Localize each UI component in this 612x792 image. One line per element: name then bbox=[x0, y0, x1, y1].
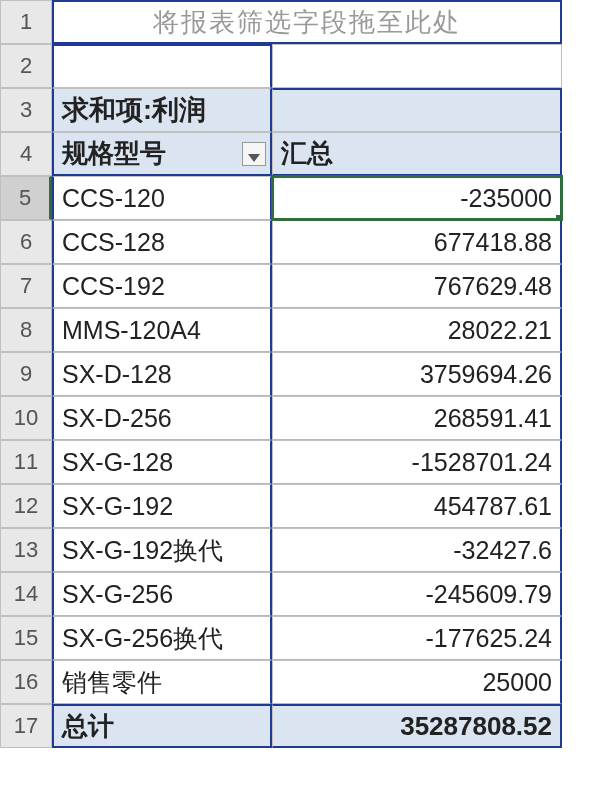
table-row-label[interactable]: SX-D-256 bbox=[52, 396, 272, 440]
row-header[interactable]: 13 bbox=[0, 528, 52, 572]
row-header[interactable]: 4 bbox=[0, 132, 52, 176]
row-header[interactable]: 8 bbox=[0, 308, 52, 352]
pivot-rowfield-header[interactable]: 规格型号 bbox=[52, 132, 272, 176]
pivot-total-label[interactable]: 总计 bbox=[52, 704, 272, 748]
row-header[interactable]: 11 bbox=[0, 440, 52, 484]
table-row-value[interactable]: 677418.88 bbox=[272, 220, 562, 264]
row-header[interactable]: 1 bbox=[0, 0, 52, 44]
chevron-down-icon bbox=[248, 138, 260, 169]
row-header[interactable]: 7 bbox=[0, 264, 52, 308]
pivot-filter-dropzone[interactable]: 将报表筛选字段拖至此处 bbox=[52, 0, 562, 44]
pivot-measure-label[interactable]: 求和项:利润 bbox=[52, 88, 272, 132]
table-row-value[interactable]: 767629.48 bbox=[272, 264, 562, 308]
table-row-value[interactable]: -177625.24 bbox=[272, 616, 562, 660]
cell[interactable] bbox=[272, 44, 562, 88]
svg-marker-0 bbox=[248, 154, 260, 162]
row-header[interactable]: 17 bbox=[0, 704, 52, 748]
filter-dropdown-button[interactable] bbox=[242, 142, 266, 166]
pivot-total-value[interactable]: 35287808.52 bbox=[272, 704, 562, 748]
table-row-label[interactable]: CCS-128 bbox=[52, 220, 272, 264]
table-row-label[interactable]: SX-G-256 bbox=[52, 572, 272, 616]
table-row-label[interactable]: CCS-120 bbox=[52, 176, 272, 220]
spreadsheet[interactable]: 1 将报表筛选字段拖至此处 2 3 求和项:利润 4 规格型号 汇总 5 CCS… bbox=[0, 0, 612, 748]
row-header[interactable]: 15 bbox=[0, 616, 52, 660]
table-row-label[interactable]: SX-G-256换代 bbox=[52, 616, 272, 660]
cell[interactable] bbox=[272, 88, 562, 132]
row-header[interactable]: 3 bbox=[0, 88, 52, 132]
table-row-value[interactable]: 268591.41 bbox=[272, 396, 562, 440]
cell[interactable] bbox=[52, 44, 272, 88]
row-header[interactable]: 5 bbox=[0, 176, 52, 220]
row-header[interactable]: 9 bbox=[0, 352, 52, 396]
table-row-label[interactable]: 销售零件 bbox=[52, 660, 272, 704]
row-header[interactable]: 10 bbox=[0, 396, 52, 440]
table-row-value[interactable]: -1528701.24 bbox=[272, 440, 562, 484]
table-row-value[interactable]: -245609.79 bbox=[272, 572, 562, 616]
table-row-label[interactable]: CCS-192 bbox=[52, 264, 272, 308]
selected-cell[interactable]: -235000 bbox=[272, 176, 562, 220]
pivot-rowfield-label: 规格型号 bbox=[62, 136, 166, 171]
table-row-value[interactable]: 28022.21 bbox=[272, 308, 562, 352]
table-row-value[interactable]: 3759694.26 bbox=[272, 352, 562, 396]
row-header[interactable]: 16 bbox=[0, 660, 52, 704]
table-row-label[interactable]: SX-G-192 bbox=[52, 484, 272, 528]
table-row-value[interactable]: 25000 bbox=[272, 660, 562, 704]
table-row-label[interactable]: SX-G-128 bbox=[52, 440, 272, 484]
row-header[interactable]: 2 bbox=[0, 44, 52, 88]
table-row-value[interactable]: 454787.61 bbox=[272, 484, 562, 528]
row-header[interactable]: 12 bbox=[0, 484, 52, 528]
table-row-label[interactable]: MMS-120A4 bbox=[52, 308, 272, 352]
table-row-label[interactable]: SX-D-128 bbox=[52, 352, 272, 396]
row-header[interactable]: 14 bbox=[0, 572, 52, 616]
pivot-value-header[interactable]: 汇总 bbox=[272, 132, 562, 176]
row-header[interactable]: 6 bbox=[0, 220, 52, 264]
table-row-value[interactable]: -32427.6 bbox=[272, 528, 562, 572]
table-row-label[interactable]: SX-G-192换代 bbox=[52, 528, 272, 572]
